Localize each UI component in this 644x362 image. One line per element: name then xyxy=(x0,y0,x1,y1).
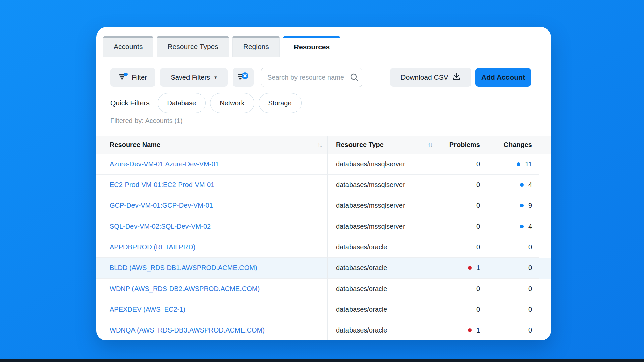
problems-value: 1 xyxy=(476,326,480,334)
column-header-resource-type[interactable]: Resource Type ↑↓ xyxy=(328,136,438,154)
add-account-label: Add Account xyxy=(481,73,525,81)
table-row: WDNP (AWS_RDS-DB2.AWSPROD.ACME.COM) data… xyxy=(96,279,551,299)
resources-panel: Accounts Resource Types Regions Resource… xyxy=(96,27,551,340)
table-row: WDNQA (AWS_RDS-DB3.AWSPROD.ACME.COM) dat… xyxy=(96,320,551,340)
tab-label: Regions xyxy=(243,43,269,51)
resource-type-text: databases/oracle xyxy=(336,306,387,313)
table-row: EC2-Prod-VM-01:EC2-Prod-VM-01 databases/… xyxy=(96,175,551,195)
quick-filter-storage[interactable]: Storage xyxy=(259,93,302,113)
resource-type-text: databases/oracle xyxy=(336,264,387,272)
changes-value: 0 xyxy=(528,285,532,293)
filter-button-label: Filter xyxy=(132,74,147,81)
tab-resources[interactable]: Resources xyxy=(283,36,340,57)
resource-name-link[interactable]: Azure-Dev-VM-01:Azure-Dev-VM-01 xyxy=(110,160,219,168)
tab-accounts[interactable]: Accounts xyxy=(103,36,153,57)
resource-name-cell: GCP-Dev-VM-01:GCP-Dev-VM-01 xyxy=(96,195,328,216)
changes-value: 4 xyxy=(528,181,532,189)
sort-icon[interactable]: ↑↓ xyxy=(317,142,323,148)
problems-value: 0 xyxy=(476,223,480,230)
table-row: BLDD (AWS_RDS-DB1.AWSPROD.ACME.COM) data… xyxy=(96,258,551,279)
column-header-problems[interactable]: Problems xyxy=(438,136,490,154)
bottom-edge-bar xyxy=(0,359,644,362)
changes-cell: 9 xyxy=(490,195,539,216)
download-csv-button[interactable]: Download CSV xyxy=(390,68,471,87)
sort-icon-ascending[interactable]: ↑↓ xyxy=(428,142,433,148)
resource-type-cell: databases/oracle xyxy=(328,299,438,320)
tab-resource-types[interactable]: Resource Types xyxy=(157,36,229,57)
pill-label: Database xyxy=(167,99,196,107)
problems-cell: 0 xyxy=(438,154,490,175)
table-row: Azure-Dev-VM-01:Azure-Dev-VM-01 database… xyxy=(96,154,551,175)
table-row: SQL-Dev-VM-02:SQL-Dev-VM-02 databases/ms… xyxy=(96,216,551,237)
changes-cell: 0 xyxy=(490,258,539,279)
problems-value: 0 xyxy=(476,306,480,313)
problems-cell: 1 xyxy=(438,320,490,340)
changes-value: 0 xyxy=(528,264,532,272)
row-gutter xyxy=(539,175,551,195)
problems-value: 0 xyxy=(476,181,480,189)
resource-type-text: databases/oracle xyxy=(336,285,387,293)
chevron-down-icon: ▾ xyxy=(214,74,217,80)
resource-name-link[interactable]: BLDD (AWS_RDS-DB1.AWSPROD.ACME.COM) xyxy=(110,264,257,272)
column-label: Resource Type xyxy=(336,141,384,149)
header-gutter xyxy=(539,136,551,154)
quick-filter-database[interactable]: Database xyxy=(158,93,206,113)
filter-button[interactable]: Filter xyxy=(110,68,155,87)
resource-type-text: databases/mssqlserver xyxy=(336,181,405,189)
changes-value: 0 xyxy=(528,306,532,313)
resource-name-link[interactable]: APPDBPROD (RETAILPRD) xyxy=(110,243,195,251)
row-gutter xyxy=(539,237,551,258)
problem-dot-icon xyxy=(468,328,472,332)
resource-name-link[interactable]: GCP-Dev-VM-01:GCP-Dev-VM-01 xyxy=(110,202,213,209)
add-account-button[interactable]: Add Account xyxy=(475,68,531,87)
toolbar-actions: Download CSV Add Account xyxy=(390,68,531,87)
resource-name-link[interactable]: WDNQA (AWS_RDS-DB3.AWSPROD.ACME.COM) xyxy=(110,326,265,334)
tab-label: Resources xyxy=(294,43,330,51)
search-field-wrap xyxy=(261,68,362,87)
pill-label: Storage xyxy=(268,99,292,107)
resource-type-text: databases/mssqlserver xyxy=(336,202,405,209)
resource-type-text: databases/oracle xyxy=(336,243,387,251)
saved-filters-button[interactable]: Saved Filters ▾ xyxy=(160,68,228,87)
resource-name-link[interactable]: WDNP (AWS_RDS-DB2.AWSPROD.ACME.COM) xyxy=(110,285,260,293)
column-header-changes[interactable]: Changes xyxy=(490,136,539,154)
quick-filter-network[interactable]: Network xyxy=(210,93,254,113)
resource-type-cell: databases/oracle xyxy=(328,320,438,340)
resource-type-cell: databases/oracle xyxy=(328,258,438,279)
saved-filters-label: Saved Filters xyxy=(171,74,210,81)
resource-name-cell: Azure-Dev-VM-01:Azure-Dev-VM-01 xyxy=(96,154,328,175)
problems-cell: 1 xyxy=(438,258,490,279)
filter-icon xyxy=(119,73,128,82)
row-gutter xyxy=(539,320,551,340)
resource-name-cell: APPDBPROD (RETAILPRD) xyxy=(96,237,328,258)
row-gutter xyxy=(539,216,551,237)
change-dot-icon xyxy=(520,225,524,228)
download-icon xyxy=(452,72,461,83)
tab-regions[interactable]: Regions xyxy=(232,36,280,57)
column-header-resource-name[interactable]: Resource Name ↑↓ xyxy=(96,136,328,154)
resource-name-link[interactable]: EC2-Prod-VM-01:EC2-Prod-VM-01 xyxy=(110,181,214,189)
row-gutter xyxy=(539,279,551,299)
search-input[interactable] xyxy=(261,68,362,87)
resource-name-cell: BLDD (AWS_RDS-DB1.AWSPROD.ACME.COM) xyxy=(96,258,328,279)
quick-filters-row: Quick Filters: Database Network Storage xyxy=(110,93,306,113)
changes-cell: 0 xyxy=(490,320,539,340)
download-csv-label: Download CSV xyxy=(400,73,448,81)
clear-filter-icon xyxy=(237,72,249,83)
resources-table: Resource Name ↑↓ Resource Type ↑↓ Proble… xyxy=(96,136,551,340)
changes-value: 9 xyxy=(528,202,532,209)
changes-value: 4 xyxy=(528,223,532,230)
resource-name-link[interactable]: SQL-Dev-VM-02:SQL-Dev-VM-02 xyxy=(110,223,211,230)
resource-type-cell: databases/mssqlserver xyxy=(328,154,438,175)
table-row: APEXDEV (AWS_EC2-1) databases/oracle 0 0 xyxy=(96,299,551,320)
changes-cell: 0 xyxy=(490,237,539,258)
resource-type-cell: databases/mssqlserver xyxy=(328,195,438,216)
table-row: GCP-Dev-VM-01:GCP-Dev-VM-01 databases/ms… xyxy=(96,195,551,216)
pill-label: Network xyxy=(220,99,244,107)
clear-filters-button[interactable] xyxy=(233,68,254,87)
changes-cell: 0 xyxy=(490,279,539,299)
table-row: APPDBPROD (RETAILPRD) databases/oracle 0… xyxy=(96,237,551,258)
resource-name-link[interactable]: APEXDEV (AWS_EC2-1) xyxy=(110,306,185,313)
resource-name-cell: WDNP (AWS_RDS-DB2.AWSPROD.ACME.COM) xyxy=(96,279,328,299)
resource-type-text: databases/mssqlserver xyxy=(336,160,405,168)
